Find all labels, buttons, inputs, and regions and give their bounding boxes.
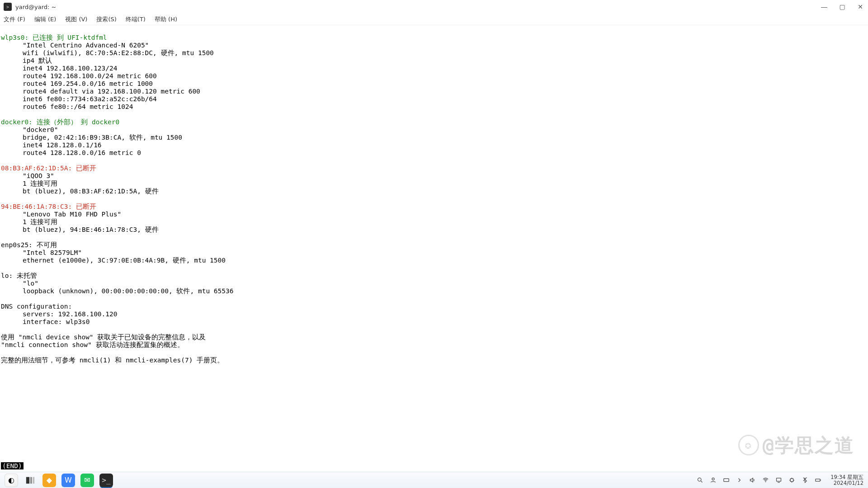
launcher-button[interactable]: ◐ — [5, 474, 18, 487]
svg-rect-10 — [791, 479, 793, 481]
wlp3s0-line: ip4 默认 — [1, 57, 867, 65]
terminal-taskbar-icon[interactable]: >_ — [99, 474, 113, 487]
svg-point-3 — [698, 478, 702, 482]
help-line: "nmcli connection show" 获取活动连接配置集的概述。 — [1, 341, 184, 348]
clock[interactable]: 19:34 星期五 2024/01/12 — [830, 474, 863, 486]
bt1-line: bt (bluez), 08:B3:AF:62:1D:5A, 硬件 — [1, 188, 867, 195]
display-icon[interactable] — [775, 477, 782, 483]
maximize-button[interactable]: ▢ — [838, 3, 846, 10]
dns-line: interface: wlp3s0 — [1, 318, 867, 326]
clock-date: 2024/01/12 — [830, 480, 863, 486]
docker0-line: route4 128.128.0.0/16 metric 0 — [1, 149, 867, 157]
bt1-line: "iQOO 3" — [1, 172, 867, 180]
wlp3s0-line: "Intel Centrino Advanced-N 6205" — [1, 42, 867, 49]
chip-icon[interactable] — [788, 477, 795, 483]
iface-bt2: 94:BE:46:1A:78:C3: — [1, 203, 72, 210]
wlp3s0-line: wifi (iwlwifi), 8C:70:5A:E2:88:DC, 硬件, m… — [1, 49, 867, 57]
wlp3s0-line: inet4 192.168.100.123/24 — [1, 65, 867, 72]
status-bt2: 已断开 — [72, 203, 96, 210]
enp-line: "Intel 82579LM" — [1, 249, 867, 257]
wlp3s0-line: route6 fe80::/64 metric 1024 — [1, 103, 867, 111]
wlp3s0-line: route4 192.168.100.0/24 metric 600 — [1, 72, 867, 80]
status-bt1: 已断开 — [72, 164, 96, 172]
menu-terminal[interactable]: 终端(T) — [126, 15, 146, 23]
svg-line-4 — [701, 481, 703, 482]
svg-rect-8 — [777, 478, 781, 481]
svg-rect-1 — [30, 477, 32, 483]
svg-point-5 — [712, 478, 714, 480]
watermark-text: @学思之道 — [763, 441, 854, 449]
search-icon[interactable] — [697, 477, 703, 483]
minimize-button[interactable]: ― — [820, 3, 828, 10]
menu-edit[interactable]: 编辑 (E) — [34, 15, 57, 23]
docker0-line: "docker0" — [1, 126, 867, 134]
window-controls: ― ▢ ✕ — [820, 3, 864, 10]
docker0-line: bridge, 02:42:16:B9:3B:CA, 软件, mtu 1500 — [1, 134, 867, 141]
clock-time: 19:34 星期五 — [830, 474, 863, 480]
svg-rect-12 — [821, 479, 821, 481]
lo-line: loopback (unknown), 00:00:00:00:00:00, 软… — [1, 287, 867, 295]
wifi-icon[interactable] — [762, 477, 769, 483]
user-icon[interactable] — [710, 477, 717, 483]
iface-lo: lo: 未托管 — [1, 272, 37, 279]
bluetooth-icon[interactable] — [802, 477, 808, 483]
window-title: yard@yard: ~ — [15, 4, 56, 10]
dns-header: DNS configuration: — [1, 303, 72, 310]
docker0-line: inet4 128.128.0.1/16 — [1, 141, 867, 149]
lo-line: "lo" — [1, 280, 867, 287]
bt2-line: 1 连接可用 — [1, 218, 867, 226]
menu-help[interactable]: 帮助 (H) — [155, 15, 177, 23]
app-shortcut-3[interactable]: ✉ — [80, 474, 94, 487]
terminal-viewport[interactable]: wlp3s0: 已连接 到 UFI-ktdfml "Intel Centrino… — [0, 25, 868, 472]
help-line: 完整的用法细节，可参考 nmcli(1) 和 nmcli-examples(7)… — [1, 357, 224, 364]
close-button[interactable]: ✕ — [856, 3, 864, 10]
svg-point-7 — [765, 481, 766, 482]
status-wlp3s0: 已连接 到 UFI-ktdfml — [28, 34, 107, 41]
iface-docker0: docker0: — [1, 118, 33, 126]
terminal-app-icon — [4, 3, 12, 11]
system-tray — [697, 477, 821, 483]
bt1-line: 1 连接可用 — [1, 180, 867, 188]
svg-rect-2 — [33, 477, 35, 483]
enp-line: ethernet (e1000e), 3C:97:0E:0B:4A:9B, 硬件… — [1, 257, 867, 264]
menu-file[interactable]: 文件 (F) — [4, 15, 25, 23]
iface-wlp3s0: wlp3s0: — [1, 34, 28, 41]
wlp3s0-line: inet6 fe80::7734:63a2:a52c:c26b/64 — [1, 95, 867, 103]
iface-bt1: 08:B3:AF:62:1D:5A: — [1, 164, 72, 172]
svg-rect-6 — [724, 479, 729, 481]
wlp3s0-line: route4 default via 192.168.100.120 metri… — [1, 88, 867, 95]
chevron-right-icon[interactable] — [736, 477, 743, 483]
volume-icon[interactable] — [749, 477, 756, 483]
app-shortcut-1[interactable]: ◆ — [42, 474, 56, 487]
bt2-line: bt (bluez), 94:BE:46:1A:78:C3, 硬件 — [1, 226, 867, 234]
help-line: 使用 "nmcli device show" 获取关于已知设备的完整信息，以及 — [1, 333, 206, 341]
app-shortcut-2[interactable]: W — [61, 474, 75, 487]
battery-icon[interactable] — [815, 477, 821, 483]
status-docker0: 连接（外部） 到 docker0 — [33, 118, 119, 126]
menu-view[interactable]: 视图 (V) — [65, 15, 87, 23]
wlp3s0-line: route4 169.254.0.0/16 metric 1000 — [1, 80, 867, 88]
desktop-taskbar: ◐ ◆ W ✉ >_ 19:34 星期五 2024/01/12 — [0, 472, 868, 488]
svg-rect-0 — [26, 477, 29, 483]
window-titlebar: yard@yard: ~ ― ▢ ✕ — [0, 0, 868, 14]
workspace-switcher[interactable] — [24, 474, 37, 487]
iface-enp: enp0s25: 不可用 — [1, 241, 57, 249]
paw-icon: ✪ — [738, 435, 759, 455]
dns-line: servers: 192.168.100.120 — [1, 310, 867, 318]
keyboard-icon[interactable] — [723, 477, 730, 483]
watermark: ✪ @学思之道 — [738, 435, 854, 455]
pager-end-marker: (END) — [1, 462, 24, 470]
bt2-line: "Lenovo Tab M10 FHD Plus" — [1, 211, 867, 218]
svg-rect-11 — [816, 479, 820, 481]
menu-search[interactable]: 搜索(S) — [96, 15, 116, 23]
menu-bar: 文件 (F) 编辑 (E) 视图 (V) 搜索(S) 终端(T) 帮助 (H) — [0, 14, 868, 25]
